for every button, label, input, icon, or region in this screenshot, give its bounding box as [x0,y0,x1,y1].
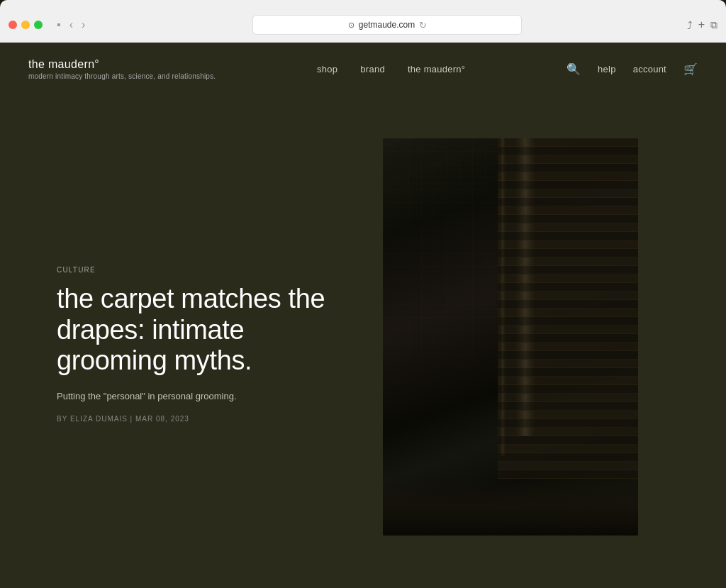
nav-link-maudern[interactable]: the maudern° [408,64,465,74]
category-tag: CULTURE [57,266,340,274]
blind-slat [498,147,638,155]
blind-slat [498,419,638,428]
traffic-lights [9,21,43,29]
blind-slat [498,172,638,181]
navigation: the maudern° modern intimacy through art… [0,43,726,96]
back-button[interactable]: ‹ [67,17,76,33]
nav-help[interactable]: help [598,64,616,74]
blind-slat [498,453,638,462]
blind-slat [498,215,638,223]
blind-slat [498,411,638,419]
blind-slat [498,377,638,385]
tile-grid [383,138,510,357]
nav-center: shop brand the maudern° [216,64,566,74]
blind-slat [498,189,638,198]
reload-icon[interactable]: ↻ [419,20,427,30]
search-icon[interactable]: 🔍 [566,62,581,76]
security-icon: ⊙ [348,21,354,30]
nav-link-shop[interactable]: shop [317,64,337,74]
article-image[interactable] [383,138,638,536]
share-icon[interactable]: ⤴ [687,19,693,31]
maximize-button[interactable] [34,21,43,29]
blind-slat [498,436,638,445]
blind-slat [498,164,638,172]
url-display: getmaude.com [359,20,415,30]
browser-controls: ▪ ‹ › [54,17,88,33]
nav-account[interactable]: account [633,64,666,74]
blind-slat [498,394,638,402]
blind-slat [498,368,638,377]
image-inner [383,138,638,536]
website: the maudern° modern intimacy through art… [0,43,726,588]
blind-slat [498,198,638,206]
blind-slat [498,138,638,147]
window-blinds [498,138,638,536]
close-button[interactable] [9,21,17,29]
address-bar[interactable]: ⊙ getmaude.com ↻ [252,15,522,35]
blind-slat [498,257,638,266]
forward-button[interactable]: › [79,17,88,33]
article-excerpt: Putting the "personal" in personal groom… [57,389,340,404]
blind-slat [498,351,638,360]
blind-slat [498,317,638,326]
blind-slat [498,240,638,249]
blind-slat [498,283,638,292]
blind-slat [498,445,638,453]
blind-slat [498,334,638,343]
logo-area[interactable]: the maudern° modern intimacy through art… [28,58,216,80]
article-byline: BY ELIZA DUMAIS | MAR 08, 2023 [57,415,340,423]
ground-area [383,479,638,536]
blind-slat [498,274,638,283]
blind-slat [498,292,638,300]
blind-slat [498,206,638,215]
browser-chrome: ▪ ‹ › ⊙ getmaude.com ↻ ⤴ + ⧉ [0,0,726,43]
logo-title: the maudern° [28,58,216,71]
blind-slat [498,309,638,317]
blind-slat [498,462,638,470]
blind-slat [498,428,638,436]
blind-slat [498,249,638,257]
new-tab-icon[interactable]: + [698,18,705,31]
article-info: CULTURE the carpet matches the drapes: i… [57,138,340,423]
blind-slat [498,343,638,351]
article-title[interactable]: the carpet matches the drapes: intimate … [57,284,340,377]
blind-slat [498,300,638,309]
blind-slat [498,266,638,274]
blind-slat [498,223,638,232]
blind-slat [498,155,638,164]
blind-slat [498,326,638,334]
nav-right: 🔍 help account 🛒 [566,62,698,76]
main-content: CULTURE the carpet matches the drapes: i… [0,96,726,564]
browser-actions: ⤴ + ⧉ [687,18,717,31]
blind-slat [498,181,638,189]
cart-icon[interactable]: 🛒 [683,62,698,76]
blind-slat [498,360,638,368]
blind-slat [498,232,638,240]
image-placeholder [383,138,638,536]
svg-rect-0 [383,138,510,357]
blind-slat [498,470,638,479]
blind-slat [498,385,638,394]
logo-subtitle: modern intimacy through arts, science, a… [28,72,216,80]
tabs-icon[interactable]: ⧉ [710,19,717,31]
window-grid-icon[interactable]: ▪ [54,17,64,33]
minimize-button[interactable] [21,21,30,29]
address-bar-container: ⊙ getmaude.com ↻ [94,15,681,35]
blind-slat [498,402,638,411]
nav-link-brand[interactable]: brand [360,64,385,74]
